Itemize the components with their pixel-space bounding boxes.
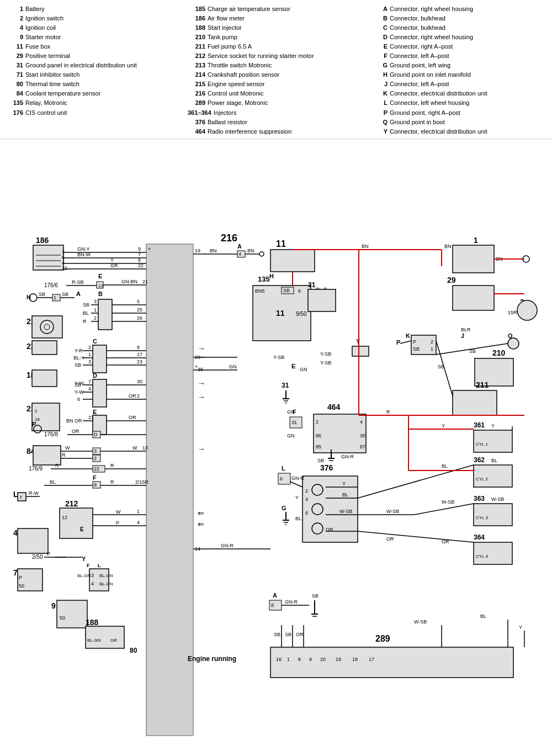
legend-section: 1Battery2Ignition switch4Ignition coil9S… (0, 0, 552, 139)
svg-text:16: 16 (276, 657, 282, 662)
svg-rect-63 (32, 316, 62, 338)
svg-text:W: W (116, 509, 121, 515)
svg-text:27: 27 (137, 352, 142, 357)
svg-text:Y: Y (491, 423, 495, 429)
legend-item: 9Starter motor (6, 33, 182, 42)
legend-col-2: 185Charge air temperature sensor186Air f… (188, 4, 364, 136)
svg-text:E: E (98, 273, 102, 279)
svg-text:6: 6 (280, 476, 283, 482)
svg-text:+: + (195, 364, 198, 369)
svg-text:L: L (282, 465, 285, 472)
svg-rect-90 (93, 379, 107, 407)
svg-text:A: A (76, 290, 81, 297)
svg-text:19: 19 (195, 248, 200, 253)
legend-item: 376Ballast resistor (188, 118, 364, 127)
svg-text:→: → (198, 445, 205, 453)
legend-item: 176CIS control unit (6, 108, 182, 118)
svg-text:SB: SB (62, 292, 68, 297)
diagram-area: 186 3 6 4 22 GN-Y 9 + BN-W 7 6 Y 22 GR E… (0, 139, 552, 756)
svg-text:6: 6 (298, 288, 301, 294)
svg-text:F: F (87, 563, 90, 568)
svg-text:210: 210 (492, 348, 506, 357)
legend-item: HGround point on inlet manifold (370, 70, 546, 80)
svg-text:Y: Y (442, 423, 445, 429)
svg-rect-196 (86, 626, 124, 648)
legend-item: 210Tank pump (188, 33, 364, 42)
legend-item: GGround point, left wing (370, 61, 546, 70)
svg-text:364: 364 (474, 533, 485, 541)
svg-text:BL-GN: BL-GN (99, 573, 113, 578)
svg-text:211: 211 (476, 380, 489, 389)
legend-item: 464Radio interference suppression (188, 127, 364, 136)
svg-text:R: R (110, 479, 114, 485)
svg-text:Y: Y (295, 495, 299, 500)
svg-text:1: 1 (137, 509, 140, 514)
svg-text:BN: BN (362, 244, 369, 249)
legend-item: AConnector, right wheel housing (370, 4, 546, 14)
svg-text:→: → (198, 344, 205, 353)
svg-text:BL: BL (491, 458, 497, 463)
svg-rect-261 (352, 346, 369, 356)
svg-text:4: 4 (13, 528, 18, 537)
svg-text:CYL 2: CYL 2 (476, 477, 488, 482)
svg-text:BL: BL (480, 614, 486, 619)
svg-text:BL: BL (295, 516, 301, 521)
legend-item: 2Ignition switch (6, 14, 182, 23)
svg-text:2/50: 2/50 (32, 554, 43, 560)
svg-text:4: 4 (62, 260, 65, 266)
svg-text:→: → (198, 393, 205, 401)
svg-text:E: E (291, 363, 295, 369)
svg-rect-211 (270, 250, 315, 272)
svg-text:W-SB: W-SB (442, 499, 454, 505)
svg-text:OR: OR (72, 429, 79, 434)
svg-text:3: 3 (88, 359, 91, 364)
svg-text:B: B (98, 290, 103, 297)
svg-text:SB: SB (274, 632, 280, 637)
svg-rect-193 (57, 600, 87, 628)
svg-text:50: 50 (60, 615, 65, 621)
svg-text:1: 1 (54, 295, 56, 300)
svg-text:30: 30 (360, 433, 365, 438)
svg-rect-1 (146, 244, 193, 736)
svg-text:186: 186 (36, 236, 49, 245)
svg-text:R: R (62, 452, 66, 458)
svg-text:212: 212 (65, 499, 78, 508)
svg-text:7: 7 (138, 252, 141, 257)
svg-text:1: 1 (287, 657, 290, 662)
svg-text:R-W: R-W (29, 490, 39, 496)
legend-item: KConnector, electrical distribution unit (370, 89, 546, 98)
legend-col-3: AConnector, right wheel housingBConnecto… (370, 4, 546, 136)
legend-item: 31Ground panel in electrical distributio… (6, 61, 182, 70)
svg-text:4: 4 (88, 386, 91, 392)
svg-rect-162 (60, 508, 93, 538)
svg-text:GN-R: GN-R (221, 543, 233, 548)
legend-item: QGround point in boot (370, 118, 546, 127)
svg-text:20: 20 (320, 657, 326, 662)
svg-text:5: 5 (137, 299, 140, 304)
svg-text:⇐: ⇐ (198, 520, 204, 528)
svg-text:31: 31 (308, 281, 316, 289)
legend-item: 11Fuse box (6, 42, 182, 51)
svg-text:OR: OR (442, 539, 449, 544)
svg-text:GN: GN (287, 409, 295, 415)
svg-text:50: 50 (19, 583, 24, 589)
svg-text:176/8: 176/8 (44, 431, 58, 437)
svg-rect-351 (270, 647, 513, 678)
svg-rect-345 (474, 542, 512, 564)
svg-text:19: 19 (336, 657, 341, 662)
svg-text:+: + (148, 246, 151, 252)
legend-item: 71Start inhibitor switch (6, 70, 182, 80)
svg-text:2: 2 (137, 393, 140, 399)
svg-text:BL-GN: BL-GN (87, 638, 101, 643)
svg-text:87: 87 (360, 444, 365, 450)
legend-item: 80Thermal time switch (6, 80, 182, 89)
svg-rect-279 (314, 414, 366, 453)
svg-text:23: 23 (137, 359, 142, 364)
legend-item: JConnector, left A–post (370, 80, 546, 89)
svg-text:SB: SB (39, 292, 45, 297)
svg-text:BL: BL (83, 310, 89, 316)
svg-text:29: 29 (447, 276, 456, 284)
svg-text:464: 464 (327, 403, 341, 411)
svg-text:P: P (32, 421, 36, 427)
legend-item: 84Coolant temperature sensor (6, 89, 182, 98)
